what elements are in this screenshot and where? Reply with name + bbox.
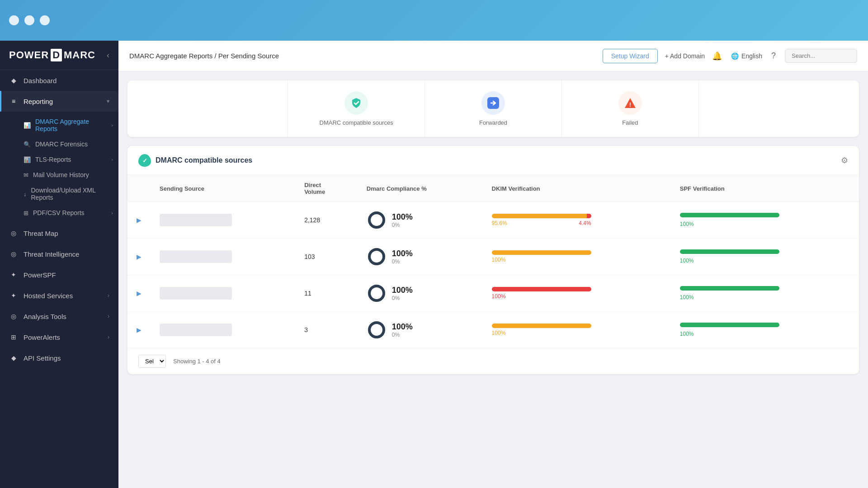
- stat-card-spacer: [699, 80, 859, 137]
- dmarc-compliance-info: 100% 0%: [392, 249, 413, 265]
- dmarc-compatible-icon: [344, 91, 368, 115]
- language-selector[interactable]: 🌐 English: [731, 52, 762, 60]
- source-cell: [160, 214, 286, 226]
- dkim-labels: 100%: [492, 330, 591, 336]
- sidebar-item-dmarc-forensics[interactable]: 🔍 DMARC Forensics: [24, 136, 118, 152]
- active-indicator: [0, 91, 1, 112]
- mail-icon: ✉: [24, 172, 28, 178]
- svg-point-3: [369, 213, 384, 227]
- main-content: DMARC Aggregate Reports / Per Sending So…: [118, 41, 868, 488]
- download-icon: ↓: [24, 191, 27, 197]
- sidebar-item-powerSPF[interactable]: ✦ PowerSPF: [0, 264, 118, 285]
- donut-chart: [367, 210, 387, 230]
- dmarc-compatible-label: DMARC compatible sources: [320, 119, 393, 126]
- section-title-text: DMARC compatible sources: [156, 156, 252, 164]
- sidebar-item-tls-reports[interactable]: 📊 TLS-Reports ›: [24, 152, 118, 167]
- dmarc-compliance-cell: 100% 0%: [367, 320, 474, 340]
- sidebar-item-label: Threat Map: [24, 230, 58, 237]
- source-name-placeholder: [160, 250, 232, 263]
- sidebar-item-label: Reporting: [24, 98, 53, 105]
- app-container: POWER DMARC ‹ ◆ Dashboard ≡ Reporting ▾ …: [0, 41, 868, 488]
- sidebar-item-label: Dashboard: [24, 77, 57, 84]
- dkim-progress-wrap: 100%: [492, 287, 662, 300]
- globe-icon: 🌐: [731, 52, 739, 60]
- expand-button[interactable]: ▶: [137, 290, 142, 297]
- expand-button[interactable]: ▶: [137, 216, 142, 224]
- powerSPF-icon: ✦: [9, 270, 18, 279]
- col-direct-volume: DirectVolume: [295, 175, 358, 202]
- dkim-progress-bar: [492, 287, 591, 291]
- sidebar-item-download-xml[interactable]: ↓ Download/Upload XML Reports: [24, 183, 118, 205]
- dkim-labels: 100%: [492, 257, 591, 263]
- chevron-down-icon: ▾: [107, 98, 109, 104]
- dkim-progress-wrap: 100%: [492, 324, 662, 336]
- expand-button[interactable]: ▶: [137, 326, 142, 333]
- spf-progress-wrap: 100%: [680, 213, 850, 227]
- alerts-icon: ⊞: [9, 333, 18, 342]
- sidebar-item-hosted-services[interactable]: ✦ Hosted Services ›: [0, 285, 118, 306]
- sidebar-item-threat-map[interactable]: ◎ Threat Map: [0, 223, 118, 244]
- chevron-right-icon: ›: [108, 292, 109, 299]
- sidebar-item-label: API Settings: [24, 354, 61, 362]
- sidebar-item-reporting[interactable]: ≡ Reporting ▾: [0, 91, 118, 112]
- search-input[interactable]: [785, 49, 857, 63]
- sidebar-item-pdf-csv[interactable]: ⊞ PDF/CSV Reports ›: [24, 205, 118, 221]
- top-header: DMARC Aggregate Reports / Per Sending So…: [118, 41, 868, 71]
- col-expand: [127, 175, 151, 202]
- table-row: ▶11 100% 0% 100%: [127, 275, 859, 312]
- reporting-icon: ≡: [9, 97, 18, 106]
- pagination-info: Showing 1 - 4 of 4: [173, 358, 221, 365]
- dkim-fill-orange: [492, 324, 591, 328]
- col-dkim-verification: DKIM Verification: [483, 175, 671, 202]
- tls-icon: 📊: [24, 156, 31, 163]
- chevron-right-icon: ›: [111, 122, 113, 128]
- hosted-icon: ✦: [9, 291, 18, 300]
- pdf-icon: ⊞: [24, 210, 28, 216]
- stat-card-forwarded[interactable]: Forwarded: [425, 80, 562, 137]
- sidebar-item-analysis-tools[interactable]: ◎ Analysis Tools ›: [0, 306, 118, 327]
- dmarc-compliance-sub: 0%: [392, 332, 413, 338]
- add-domain-button[interactable]: + Add Domain: [665, 52, 705, 60]
- analysis-icon: ◎: [9, 312, 18, 321]
- stat-card-failed[interactable]: ! Failed: [562, 80, 699, 137]
- donut-chart: [367, 247, 387, 267]
- threat-intel-icon: ◎: [9, 249, 18, 258]
- notification-icon[interactable]: 🔔: [712, 51, 722, 61]
- sidebar-subitem-label: TLS-Reports: [35, 156, 71, 163]
- sidebar-item-api-settings[interactable]: ◆ API Settings: [0, 347, 118, 368]
- dmarc-compliance-pct: 100%: [392, 322, 413, 332]
- spf-pct-label: 100%: [680, 221, 850, 227]
- dmarc-compliance-pct: 100%: [392, 249, 413, 258]
- dkim-fill-orange: [492, 250, 591, 255]
- sidebar-item-dashboard[interactable]: ◆ Dashboard: [0, 70, 118, 91]
- volume-value: 2,128: [304, 216, 320, 224]
- table-section-header: ✓ DMARC compatible sources ⚙: [127, 146, 859, 175]
- sidebar-item-dmarc-aggregate[interactable]: 📊 DMARC Aggregate Reports ›: [24, 114, 118, 136]
- source-cell: [160, 287, 286, 300]
- spf-pct-label: 100%: [680, 331, 850, 337]
- setup-wizard-button[interactable]: Setup Wizard: [603, 49, 658, 63]
- sidebar-item-mail-volume[interactable]: ✉ Mail Volume History: [24, 167, 118, 183]
- stat-card-dmarc-compatible[interactable]: DMARC compatible sources: [288, 80, 425, 137]
- dkim-red-pct: 100%: [492, 293, 506, 300]
- help-icon[interactable]: ?: [771, 51, 776, 61]
- spf-progress-bar: [680, 213, 779, 217]
- rows-per-page-select[interactable]: Sel 10 25: [138, 355, 166, 368]
- table-section: ✓ DMARC compatible sources ⚙ Sending Sou…: [127, 146, 859, 374]
- dot-close[interactable]: [9, 15, 19, 25]
- volume-value: 103: [304, 253, 315, 260]
- sidebar-subitem-label: DMARC Aggregate Reports: [35, 118, 107, 132]
- stats-row: DMARC compatible sources Forwarded: [127, 80, 859, 137]
- spf-progress-wrap: 100%: [680, 286, 850, 300]
- table-section-title: ✓ DMARC compatible sources: [138, 154, 252, 167]
- source-cell: [160, 250, 286, 263]
- dkim-orange-pct: 100%: [492, 330, 506, 336]
- settings-icon[interactable]: ⚙: [841, 155, 848, 165]
- collapse-icon[interactable]: ‹: [107, 51, 109, 60]
- expand-button[interactable]: ▶: [137, 253, 142, 260]
- sidebar-subitem-label: Mail Volume History: [33, 171, 89, 178]
- dot-maximize[interactable]: [40, 15, 50, 25]
- dot-minimize[interactable]: [24, 15, 34, 25]
- sidebar-item-threat-intelligence[interactable]: ◎ Threat Intelligence: [0, 244, 118, 264]
- sidebar-item-power-alerts[interactable]: ⊞ PowerAlerts ›: [0, 327, 118, 347]
